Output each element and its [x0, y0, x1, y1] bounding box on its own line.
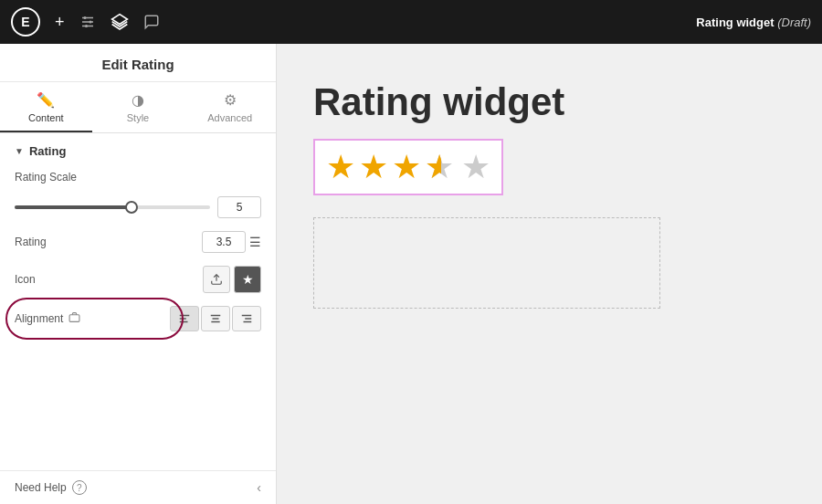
alignment-buttons — [170, 306, 261, 331]
align-right-btn[interactable] — [232, 306, 261, 331]
rating-list-icon[interactable]: ☰ — [249, 235, 261, 249]
align-left-btn[interactable] — [170, 306, 199, 331]
star-1: ★ — [326, 148, 355, 186]
style-tab-icon: ◑ — [132, 91, 144, 109]
icon-field-row: Icon ★ — [15, 266, 261, 293]
layers-icon[interactable] — [111, 13, 129, 31]
svg-point-5 — [85, 25, 88, 27]
star-2: ★ — [359, 148, 388, 186]
tab-advanced[interactable]: ⚙ Advanced — [184, 82, 276, 132]
sidebar-title: Edit Rating — [0, 44, 276, 82]
svg-rect-8 — [69, 315, 79, 322]
help-icon: ? — [72, 480, 87, 495]
sidebar-collapse-btn[interactable]: ‹ — [257, 480, 261, 495]
rating-input-wrap: ☰ — [202, 231, 261, 253]
alignment-field-row: Alignment — [15, 306, 261, 331]
canvas: Rating widget ★ ★ ★ ★ ★ ★ — [277, 44, 822, 504]
sidebar-content: ▼ Rating Rating Scale Rating ☰ — [0, 133, 276, 470]
placeholder-box — [313, 217, 660, 309]
sidebar-footer: Need Help ? ‹ — [0, 470, 276, 504]
topbar-left: E + — [11, 7, 160, 37]
svg-point-3 — [83, 16, 86, 19]
star-icon-btn[interactable]: ★ — [234, 266, 261, 293]
icon-buttons: ★ — [203, 266, 261, 293]
main-layout: Edit Rating ✏️ Content ◑ Style ⚙ Advance… — [0, 44, 822, 504]
star-5: ★ — [461, 148, 490, 186]
page-title: Rating widget (Draft) — [696, 16, 811, 29]
rating-section-header[interactable]: ▼ Rating — [15, 144, 261, 158]
rating-scale-label-row: Rating Scale — [15, 171, 261, 184]
star-4: ★ ★ — [425, 148, 458, 186]
rating-scale-slider-row — [15, 196, 261, 218]
tabs: ✏️ Content ◑ Style ⚙ Advanced — [0, 82, 276, 133]
stars-container[interactable]: ★ ★ ★ ★ ★ ★ — [313, 139, 503, 195]
content-tab-icon: ✏️ — [37, 91, 55, 109]
tab-style[interactable]: ◑ Style — [92, 82, 184, 132]
add-icon[interactable]: + — [55, 13, 65, 32]
slider-fill — [15, 205, 132, 209]
upload-icon-btn[interactable] — [203, 266, 230, 293]
elementor-logo[interactable]: E — [11, 7, 40, 37]
align-center-btn[interactable] — [201, 306, 230, 331]
need-help-link[interactable]: Need Help ? — [15, 480, 87, 495]
rating-field-label: Rating — [15, 236, 202, 248]
rating-field-row: Rating ☰ — [15, 231, 261, 253]
rating-input[interactable] — [202, 231, 246, 253]
responsive-icon — [68, 311, 80, 326]
sliders-icon[interactable] — [79, 14, 96, 30]
sidebar: Edit Rating ✏️ Content ◑ Style ⚙ Advance… — [0, 44, 277, 504]
icon-field-label: Icon — [15, 273, 203, 286]
widget-title: Rating widget — [313, 80, 564, 124]
advanced-tab-icon: ⚙ — [224, 91, 237, 109]
rating-scale-slider[interactable] — [15, 205, 210, 209]
star-3: ★ — [392, 148, 421, 186]
section-collapse-icon: ▼ — [15, 146, 24, 156]
svg-point-4 — [89, 21, 91, 24]
chat-icon[interactable] — [143, 14, 160, 30]
alignment-field-label: Alignment — [15, 311, 170, 326]
rating-scale-input[interactable] — [217, 196, 261, 218]
slider-thumb[interactable] — [125, 201, 138, 214]
topbar: E + Rating widget (Draft) — [0, 0, 822, 44]
rating-scale-label: Rating Scale — [15, 171, 261, 184]
tab-content[interactable]: ✏️ Content — [0, 82, 92, 132]
